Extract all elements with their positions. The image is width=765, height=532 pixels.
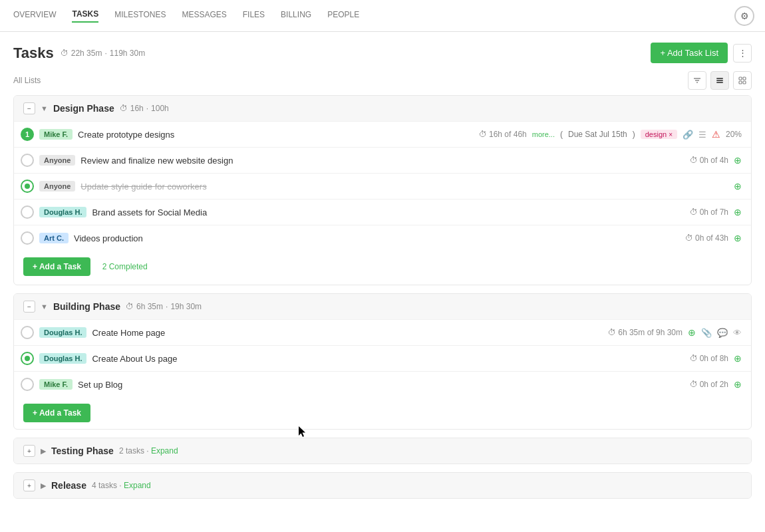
task-row: 1 Mike F. Create prototype designs ⏱ 16h… [14, 121, 751, 147]
assignee-badge[interactable]: Douglas H. [39, 353, 86, 364]
clock-icon: ⏱ [685, 233, 693, 243]
nav-tasks[interactable]: TASKS [72, 9, 98, 23]
task-name[interactable]: Create About Us page [92, 354, 684, 364]
header-actions: + Add Task List ⋮ [651, 43, 752, 63]
task-checkbox[interactable] [21, 180, 34, 193]
assignee-badge[interactable]: Mike F. [39, 129, 73, 140]
assignee-badge[interactable]: Douglas H. [39, 207, 86, 217]
collapse-building-button[interactable]: − [23, 301, 35, 313]
top-nav: OVERVIEW TASKS MILESTONES MESSAGES FILES… [0, 0, 765, 32]
task-checkbox[interactable] [21, 378, 34, 391]
svg-rect-9 [743, 81, 746, 84]
task-count-testing: 2 tasks · Expand [119, 446, 178, 456]
add-time-icon[interactable]: ⊕ [734, 207, 742, 217]
task-checkbox[interactable] [21, 352, 34, 365]
tag-remove-button[interactable]: × [669, 131, 673, 138]
add-task-button-building[interactable]: + Add a Task [23, 404, 90, 422]
task-time: ⏱ 6h 35m of 9h 30m [608, 328, 683, 337]
svg-rect-4 [716, 80, 723, 81]
group-name-testing: Testing Phase [51, 446, 114, 456]
time-estimated: 119h 30m [110, 49, 145, 58]
group-time-design: ⏱ 16h · 100h [120, 104, 169, 113]
settings-button[interactable]: ⚙ [734, 6, 754, 26]
list-view-button[interactable] [710, 71, 729, 90]
task-name[interactable]: Brand assets for Social Media [92, 207, 684, 217]
expand-release-link[interactable]: Expand [124, 481, 151, 490]
page-title: Tasks [13, 45, 54, 62]
group-header-design: − ▼ Design Phase ⏱ 16h · 100h [14, 96, 751, 121]
task-checkbox[interactable] [21, 326, 34, 339]
group-name-design: Design Phase [53, 103, 114, 114]
collapse-design-button[interactable]: − [23, 102, 35, 114]
expand-testing-link[interactable]: Expand [151, 446, 178, 456]
add-task-area-building: + Add a Task [14, 397, 751, 429]
clock-icon: ⏱ [690, 354, 698, 363]
task-time: ⏱ 0h of 43h [685, 233, 728, 243]
task-name[interactable]: Videos production [74, 233, 680, 243]
nav-messages[interactable]: MESSAGES [182, 10, 226, 22]
tag-badge: design × [641, 130, 677, 139]
assignee-badge[interactable]: Anyone [39, 181, 75, 192]
all-lists-label: All Lists [13, 76, 41, 85]
task-name[interactable]: Set up Blog [78, 380, 685, 390]
nav-billing[interactable]: BILLING [281, 10, 311, 22]
task-name[interactable]: Create Home page [92, 328, 603, 338]
clock-icon: ⏱ [479, 130, 487, 139]
nav-people[interactable]: PEOPLE [327, 10, 359, 22]
svg-rect-6 [739, 77, 742, 80]
task-row: Anyone Review and finalize new website d… [14, 147, 751, 173]
list-icon[interactable]: ☰ [698, 130, 706, 140]
task-count-release: 4 tasks · Expand [92, 481, 151, 490]
attachment-icon[interactable]: 📎 [701, 328, 712, 338]
chevron-design-icon[interactable]: ▼ [41, 104, 48, 112]
grid-view-button[interactable] [733, 71, 752, 90]
task-checkbox[interactable] [21, 231, 34, 245]
more-options-button[interactable]: ⋮ [733, 44, 752, 63]
add-time-icon[interactable]: ⊕ [688, 327, 696, 338]
chevron-release-icon[interactable]: ▶ [41, 481, 46, 490]
task-row: Douglas H. Create About Us page ⏱ 0h of … [14, 345, 751, 371]
task-time: ⏱ 0h of 2h [690, 380, 728, 389]
add-task-area: + Add a Task 2 Completed [14, 251, 751, 285]
chevron-testing-icon[interactable]: ▶ [41, 447, 46, 456]
time-tracked: 22h 35m [71, 49, 102, 58]
task-percent: 20% [726, 130, 742, 139]
task-name[interactable]: Create prototype designs [78, 130, 474, 140]
completed-count[interactable]: 2 Completed [93, 258, 157, 278]
task-checkbox[interactable] [21, 154, 34, 167]
svg-rect-7 [743, 77, 746, 80]
collapse-testing-button[interactable]: + [23, 445, 35, 457]
nav-overview[interactable]: OVERVIEW [13, 10, 56, 22]
add-time-icon[interactable]: ⊕ [734, 353, 742, 364]
assignee-badge[interactable]: Anyone [39, 155, 75, 166]
task-name[interactable]: Update style guide for coworkers [80, 182, 728, 192]
clock-icon: ⏱ [608, 328, 616, 337]
comment-icon[interactable]: 💬 [717, 328, 728, 338]
assignee-badge[interactable]: Art C. [39, 233, 69, 243]
task-checkbox[interactable] [21, 205, 34, 219]
add-task-button[interactable]: + Add a Task [23, 257, 90, 276]
collapse-release-button[interactable]: + [23, 479, 35, 491]
completed-label: 2 Completed [102, 262, 148, 271]
add-time-icon[interactable]: ⊕ [734, 233, 742, 243]
attachment-icon[interactable]: 🔗 [683, 130, 693, 140]
watch-icon[interactable]: 👁 [733, 328, 742, 338]
chevron-building-icon[interactable]: ▼ [41, 303, 48, 311]
group-name-release: Release [51, 480, 86, 491]
assignee-badge[interactable]: Douglas H. [39, 327, 86, 338]
nav-files[interactable]: FILES [243, 10, 265, 22]
filter-button[interactable] [688, 71, 706, 90]
add-time-icon[interactable]: ⊕ [734, 181, 742, 192]
task-row: Anyone Update style guide for coworkers … [14, 173, 751, 199]
group-design-phase: − ▼ Design Phase ⏱ 16h · 100h 1 Mike F. … [13, 95, 752, 285]
add-time-icon[interactable]: ⊕ [734, 155, 742, 166]
more-link[interactable]: more... [532, 130, 555, 138]
assignee-badge[interactable]: Mike F. [39, 379, 73, 390]
clock-icon: ⏱ [61, 49, 69, 58]
task-name[interactable]: Review and finalize new website design [80, 156, 684, 166]
add-time-icon[interactable]: ⊕ [734, 379, 742, 390]
add-task-list-button[interactable]: + Add Task List [651, 43, 728, 63]
task-time: ⏱ 0h of 7h [690, 207, 728, 217]
nav-milestones[interactable]: MILESTONES [114, 10, 166, 22]
title-area: Tasks ⏱ 22h 35m · 119h 30m [13, 45, 145, 62]
